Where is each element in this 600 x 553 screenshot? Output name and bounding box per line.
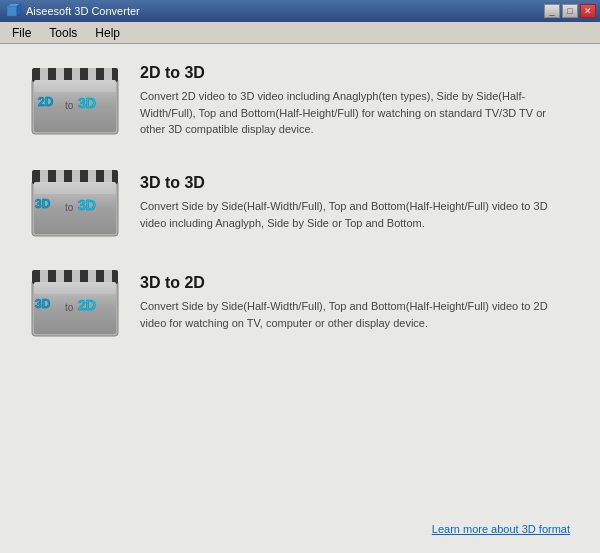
- minimize-button[interactable]: _: [544, 4, 560, 18]
- menu-tools[interactable]: Tools: [41, 24, 85, 42]
- option-2d-to-3d-text: 2D to 3D Convert 2D video to 3D video in…: [140, 64, 570, 138]
- clapper-icon-2d-to-3d: 2D to 3D: [30, 66, 120, 136]
- svg-rect-32: [88, 270, 96, 284]
- option-3d-to-2d-desc: Convert Side by Side(Half-Width/Full), T…: [140, 298, 570, 331]
- svg-rect-14: [34, 80, 116, 92]
- clapper-icon-3d-to-3d: 3D to 3D: [30, 168, 120, 238]
- option-3d-to-2d-text: 3D to 2D Convert Side by Side(Half-Width…: [140, 274, 570, 331]
- title-bar-left: Aiseesoft 3D Converter: [6, 3, 140, 19]
- svg-marker-2: [17, 4, 21, 16]
- svg-rect-8: [88, 68, 96, 82]
- svg-rect-30: [56, 270, 64, 284]
- svg-rect-18: [56, 170, 64, 184]
- svg-rect-26: [34, 182, 116, 194]
- svg-rect-20: [88, 170, 96, 184]
- option-3d-to-3d-text: 3D to 3D Convert Side by Side(Half-Width…: [140, 174, 570, 231]
- svg-text:to: to: [65, 302, 74, 313]
- close-button[interactable]: ✕: [580, 4, 596, 18]
- svg-rect-33: [104, 270, 112, 284]
- svg-text:2D: 2D: [38, 95, 54, 109]
- menu-help[interactable]: Help: [87, 24, 128, 42]
- svg-rect-21: [104, 170, 112, 184]
- app-icon: [6, 3, 22, 19]
- svg-rect-19: [72, 170, 80, 184]
- menu-file[interactable]: File: [4, 24, 39, 42]
- svg-text:3D: 3D: [35, 197, 51, 211]
- svg-rect-38: [34, 282, 116, 294]
- option-2d-to-3d[interactable]: 2D to 3D 2D to 3D Convert 2D video to 3D…: [30, 64, 570, 138]
- option-3d-to-3d-desc: Convert Side by Side(Half-Width/Full), T…: [140, 198, 570, 231]
- title-bar-buttons: _ □ ✕: [544, 4, 596, 18]
- svg-text:3D: 3D: [78, 197, 96, 213]
- option-3d-to-2d[interactable]: 3D to 2D 3D to 2D Convert Side by Side(H…: [30, 268, 570, 338]
- option-2d-to-3d-title: 2D to 3D: [140, 64, 570, 82]
- svg-rect-31: [72, 270, 80, 284]
- clapper-icon-3d-to-2d: 3D to 2D: [30, 268, 120, 338]
- svg-rect-9: [104, 68, 112, 82]
- learn-more-link[interactable]: Learn more about 3D format: [432, 523, 570, 535]
- title-bar: Aiseesoft 3D Converter _ □ ✕: [0, 0, 600, 22]
- svg-text:3D: 3D: [35, 297, 51, 311]
- svg-rect-0: [7, 6, 17, 16]
- option-3d-to-3d-title: 3D to 3D: [140, 174, 570, 192]
- svg-text:2D: 2D: [78, 297, 96, 313]
- main-content: 2D to 3D 2D to 3D Convert 2D video to 3D…: [0, 44, 600, 553]
- option-2d-to-3d-desc: Convert 2D video to 3D video including A…: [140, 88, 570, 138]
- option-3d-to-2d-title: 3D to 2D: [140, 274, 570, 292]
- svg-rect-5: [40, 68, 48, 82]
- maximize-button[interactable]: □: [562, 4, 578, 18]
- svg-rect-7: [72, 68, 80, 82]
- svg-text:to: to: [65, 202, 74, 213]
- svg-text:3D: 3D: [78, 95, 96, 111]
- option-3d-to-3d[interactable]: 3D to 3D 3D to 3D Convert Side by Side(H…: [30, 168, 570, 238]
- menu-bar: File Tools Help: [0, 22, 600, 44]
- svg-rect-6: [56, 68, 64, 82]
- svg-rect-29: [40, 270, 48, 284]
- svg-rect-17: [40, 170, 48, 184]
- svg-text:to: to: [65, 100, 74, 111]
- title-bar-text: Aiseesoft 3D Converter: [26, 5, 140, 17]
